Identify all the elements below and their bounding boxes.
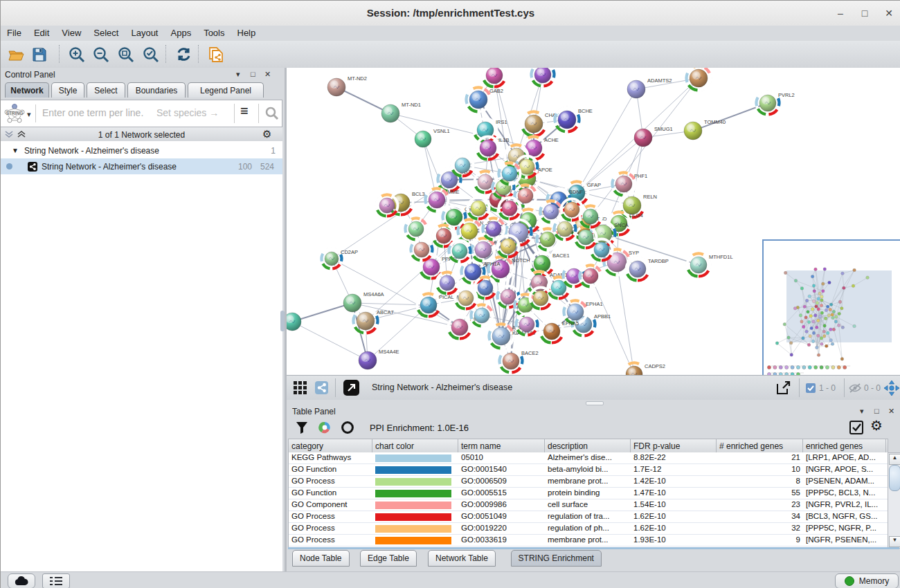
table-row[interactable]: GO ComponentGO:0009986cell surface1.54E-… — [289, 499, 888, 511]
column-header-FDR-p-value[interactable]: FDR p-value — [631, 439, 717, 453]
close-panel-icon[interactable]: ✕ — [264, 70, 271, 79]
memory-button[interactable]: Memory — [835, 573, 899, 588]
tab-legend-panel[interactable]: Legend Panel — [188, 82, 264, 98]
column-header-category[interactable]: category — [289, 439, 372, 453]
minimap-viewport[interactable] — [786, 270, 892, 342]
tab-style[interactable]: Style — [51, 82, 84, 98]
tab-string-enrichment[interactable]: STRING Enrichment — [511, 550, 602, 567]
menu-select[interactable]: Select — [87, 26, 125, 38]
menu-apps[interactable]: Apps — [165, 26, 198, 38]
float-panel-icon[interactable]: □ — [251, 70, 255, 78]
birdseye-toggle-icon[interactable] — [883, 380, 900, 396]
grid-view-icon[interactable] — [294, 381, 307, 394]
ring-chart-icon[interactable] — [341, 421, 354, 434]
network-node[interactable]: CHAT — [521, 111, 559, 136]
network-node[interactable] — [410, 238, 433, 261]
menu-view[interactable]: View — [55, 26, 87, 38]
scroll-up-arrow[interactable]: ▲ — [889, 454, 900, 465]
tab-boundaries[interactable]: Boundaries — [127, 82, 186, 98]
network-node[interactable] — [496, 285, 519, 308]
table-row[interactable]: GO ProcessGO:0019220regulation of ph...1… — [289, 523, 888, 535]
close-button[interactable]: ✕ — [879, 6, 899, 20]
zoom-out-button[interactable] — [90, 44, 112, 65]
table-row[interactable]: KEGG Pathways05010Alzheimer's dise...8.8… — [289, 452, 888, 464]
network-node[interactable]: GAB2 — [465, 86, 503, 112]
network-overview-panel[interactable] — [762, 239, 900, 379]
open-file-button[interactable] — [5, 44, 27, 65]
network-view-mode-icon[interactable] — [315, 381, 328, 394]
table-row[interactable]: GO FunctionGO:0001540beta-amyloid bi...1… — [289, 464, 888, 476]
string-source-dropdown[interactable]: ▾ — [27, 110, 31, 119]
network-node[interactable]: VSNL1 — [415, 128, 450, 147]
network-node[interactable]: CD2AP — [321, 248, 358, 269]
network-node[interactable]: MS4A4A — [287, 310, 301, 331]
network-node[interactable] — [448, 239, 471, 262]
table-settings-gear-icon[interactable]: ⚙ — [870, 417, 883, 434]
table-row[interactable]: GO ProcessGO:0033619membrane prot...1.93… — [289, 535, 888, 546]
tab-node-table[interactable]: Node Table — [292, 550, 350, 567]
network-row-selected[interactable]: String Network - Alzheimer's disease 100… — [1, 158, 282, 174]
network-node[interactable]: MTHFD1L — [686, 252, 732, 277]
network-node[interactable]: ABCA7 — [352, 308, 393, 333]
export-network-icon[interactable] — [775, 380, 791, 396]
menu-layout[interactable]: Layout — [125, 26, 164, 38]
horizontal-splitter[interactable] — [287, 400, 900, 405]
select-columns-icon[interactable] — [849, 421, 863, 434]
network-list-gear-icon[interactable]: ⚙ — [262, 128, 271, 140]
network-node[interactable] — [482, 68, 506, 88]
task-history-button[interactable] — [42, 573, 70, 588]
column-header-description[interactable]: description — [545, 439, 631, 453]
scroll-down-arrow[interactable]: ▼ — [889, 536, 900, 547]
table-scrollbar[interactable]: ▲ ▼ — [888, 452, 900, 549]
save-session-button[interactable] — [28, 44, 51, 65]
menu-edit[interactable]: Edit — [28, 26, 55, 38]
table-panel-menu-icon[interactable]: ▾ — [860, 407, 864, 416]
network-node[interactable]: MS4A4E — [359, 349, 399, 369]
network-node[interactable] — [685, 68, 711, 91]
maximize-button[interactable]: □ — [854, 6, 875, 20]
column-header-chart-color[interactable]: chart color — [372, 439, 458, 453]
network-node[interactable]: BCHE — [554, 107, 593, 132]
zoom-selected-button[interactable] — [140, 44, 162, 65]
panel-splitter-handle[interactable] — [280, 311, 285, 331]
column-header-term-name[interactable]: term name — [458, 439, 545, 453]
table-row[interactable]: GO ProcessGO:0051049regulation of tra...… — [289, 511, 888, 523]
network-node[interactable]: PVRL2 — [755, 91, 794, 115]
tab-network[interactable]: Network — [5, 82, 49, 98]
network-node[interactable]: PICALM — [416, 293, 458, 317]
network-node[interactable] — [530, 68, 555, 87]
refresh-button[interactable] — [172, 44, 195, 65]
table-panel-float-icon[interactable]: □ — [874, 407, 879, 415]
tab-edge-table[interactable]: Edge Table — [360, 550, 417, 567]
filter-icon[interactable] — [295, 421, 309, 434]
clone-network-button[interactable] — [205, 44, 227, 65]
column-header--enriched-genes[interactable]: # enriched genes — [717, 439, 803, 453]
panel-menu-icon[interactable]: ▾ — [236, 70, 240, 79]
network-node[interactable] — [404, 217, 427, 240]
network-node[interactable]: BACE2 — [498, 349, 538, 373]
network-node[interactable]: ADAMTS2 — [627, 77, 672, 98]
collection-expand-arrow[interactable]: ▼ — [12, 147, 19, 154]
scrollbar-thumb[interactable] — [889, 465, 900, 491]
string-options-menu-icon[interactable]: ≡ — [240, 103, 249, 119]
minimize-button[interactable]: – — [830, 6, 851, 20]
tab-network-table[interactable]: Network Table — [428, 550, 496, 567]
network-node[interactable]: CADPS2 — [622, 362, 665, 375]
string-search-icon[interactable] — [264, 106, 280, 121]
open-in-window-icon[interactable] — [343, 380, 359, 396]
species-hint[interactable]: Set species → — [156, 107, 219, 118]
string-query-placeholder[interactable]: Enter one term per line. — [42, 107, 143, 118]
tab-select[interactable]: Select — [87, 82, 125, 98]
menu-file[interactable]: File — [1, 26, 28, 38]
menu-tools[interactable]: Tools — [197, 26, 231, 38]
table-row[interactable]: GO ProcessGO:0006509membrane prot...1.42… — [289, 476, 888, 488]
enrichment-chart-icon[interactable] — [318, 421, 332, 434]
zoom-fit-button[interactable] — [115, 44, 137, 65]
network-node[interactable]: TARDBP — [625, 257, 669, 281]
column-header-enriched-genes[interactable]: enriched genes — [803, 439, 886, 453]
table-panel-close-icon[interactable]: ✕ — [888, 407, 894, 416]
menu-help[interactable]: Help — [231, 26, 262, 38]
table-row[interactable]: GO FunctionGO:0005515protein binding1.47… — [289, 488, 888, 499]
cloud-tasks-button[interactable] — [8, 573, 35, 588]
collection-row[interactable]: ▼ String Network - Alzheimer's disease 1 — [1, 143, 282, 158]
